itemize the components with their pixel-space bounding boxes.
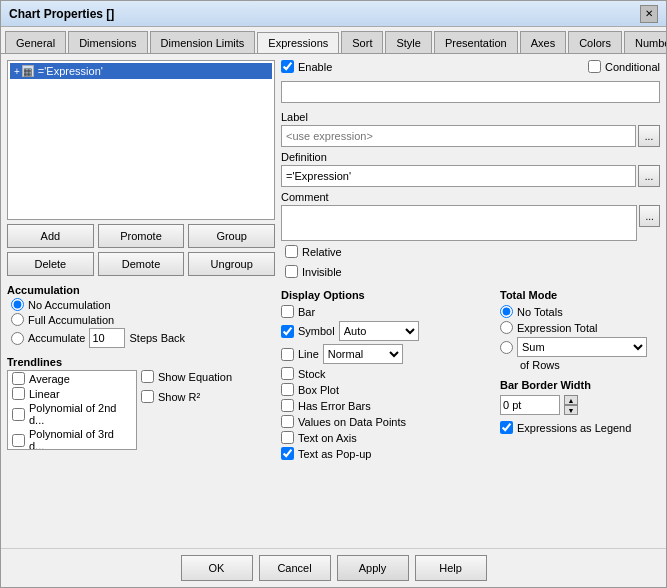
tab-number[interactable]: Number bbox=[624, 31, 666, 53]
show-equation-label: Show Equation bbox=[158, 371, 232, 383]
label-browse-button[interactable]: ... bbox=[638, 125, 660, 147]
promote-button[interactable]: Promote bbox=[98, 224, 185, 248]
trendlines-content: Average Linear Polynomial of 2nd d... bbox=[7, 370, 275, 450]
comment-input[interactable] bbox=[281, 205, 637, 241]
definition-field-group: Definition ... bbox=[281, 151, 660, 187]
label-input[interactable] bbox=[281, 125, 636, 147]
demote-button[interactable]: Demote bbox=[98, 252, 185, 276]
box-plot-row: Box Plot bbox=[281, 383, 494, 396]
values-on-data-points-row: Values on Data Points bbox=[281, 415, 494, 428]
enable-conditional-row: Enable Conditional bbox=[281, 60, 660, 77]
tab-presentation[interactable]: Presentation bbox=[434, 31, 518, 53]
full-accumulation-radio[interactable] bbox=[11, 313, 24, 326]
text-as-popup-label: Text as Pop-up bbox=[298, 448, 371, 460]
label-field-label: Label bbox=[281, 111, 660, 123]
bar-label: Bar bbox=[298, 306, 315, 318]
delete-button[interactable]: Delete bbox=[7, 252, 94, 276]
has-error-bars-label: Has Error Bars bbox=[298, 400, 371, 412]
expressions-legend-row: Expressions as Legend bbox=[500, 421, 660, 434]
show-equation-checkbox[interactable] bbox=[141, 370, 154, 383]
has-error-bars-checkbox[interactable] bbox=[281, 399, 294, 412]
help-button[interactable]: Help bbox=[415, 555, 487, 581]
ok-button[interactable]: OK bbox=[181, 555, 253, 581]
poly3-label: Polynomial of 3rd d... bbox=[29, 428, 132, 450]
comment-input-row: ... bbox=[281, 205, 660, 241]
sum-select[interactable]: Sum bbox=[517, 337, 647, 357]
trendlines-list[interactable]: Average Linear Polynomial of 2nd d... bbox=[7, 370, 137, 450]
enable-checkbox[interactable] bbox=[281, 60, 294, 73]
text-on-axis-checkbox[interactable] bbox=[281, 431, 294, 444]
comment-browse-button[interactable]: ... bbox=[639, 205, 660, 227]
no-accumulation-row: No Accumulation bbox=[11, 298, 275, 311]
stock-checkbox[interactable] bbox=[281, 367, 294, 380]
accumulate-radio[interactable] bbox=[11, 332, 24, 345]
definition-input[interactable] bbox=[281, 165, 636, 187]
linear-checkbox[interactable] bbox=[12, 387, 25, 400]
bar-border-input[interactable] bbox=[500, 395, 560, 415]
bar-border-title: Bar Border Width bbox=[500, 379, 660, 391]
bar-checkbox[interactable] bbox=[281, 305, 294, 318]
tab-sort[interactable]: Sort bbox=[341, 31, 383, 53]
tab-colors[interactable]: Colors bbox=[568, 31, 622, 53]
right-panel: Enable Conditional Label ... bbox=[281, 60, 660, 542]
add-button[interactable]: Add bbox=[7, 224, 94, 248]
bar-border-spin-btns: ▲ ▼ bbox=[564, 395, 578, 415]
line-select[interactable]: Normal bbox=[323, 344, 403, 364]
relative-checkbox[interactable] bbox=[285, 245, 298, 258]
enable-label: Enable bbox=[298, 61, 332, 73]
list-item: Polynomial of 2nd d... bbox=[8, 401, 136, 427]
linear-label: Linear bbox=[29, 388, 60, 400]
group-button[interactable]: Group bbox=[188, 224, 275, 248]
expression-total-label: Expression Total bbox=[517, 322, 598, 334]
ungroup-button[interactable]: Ungroup bbox=[188, 252, 275, 276]
values-on-data-points-label: Values on Data Points bbox=[298, 416, 406, 428]
no-accumulation-radio[interactable] bbox=[11, 298, 24, 311]
expression-total-radio[interactable] bbox=[500, 321, 513, 334]
values-on-data-points-checkbox[interactable] bbox=[281, 415, 294, 428]
tab-style[interactable]: Style bbox=[385, 31, 431, 53]
enable-row: Enable bbox=[281, 60, 332, 73]
tabs-row: General Dimensions Dimension Limits Expr… bbox=[1, 27, 666, 54]
total-mode-title: Total Mode bbox=[500, 289, 660, 301]
show-r2-checkbox[interactable] bbox=[141, 390, 154, 403]
apply-button[interactable]: Apply bbox=[337, 555, 409, 581]
invisible-checkbox[interactable] bbox=[285, 265, 298, 278]
symbol-select[interactable]: Auto bbox=[339, 321, 419, 341]
no-totals-radio[interactable] bbox=[500, 305, 513, 318]
poly2-label: Polynomial of 2nd d... bbox=[29, 402, 132, 426]
bar-border-down-btn[interactable]: ▼ bbox=[564, 405, 578, 415]
list-item: Polynomial of 3rd d... bbox=[8, 427, 136, 450]
full-accumulation-row: Full Accumulation bbox=[11, 313, 275, 326]
poly2-checkbox[interactable] bbox=[12, 408, 25, 421]
invisible-row: Invisible bbox=[285, 265, 660, 278]
cancel-button[interactable]: Cancel bbox=[259, 555, 331, 581]
average-checkbox[interactable] bbox=[12, 372, 25, 385]
line-checkbox[interactable] bbox=[281, 348, 294, 361]
no-accumulation-label: No Accumulation bbox=[28, 299, 111, 311]
close-button[interactable]: ✕ bbox=[640, 5, 658, 23]
symbol-checkbox[interactable] bbox=[281, 325, 294, 338]
tree-item-expression[interactable]: + ▦ ='Expression' bbox=[10, 63, 272, 79]
accumulate-label: Accumulate bbox=[28, 332, 85, 344]
conditional-value-input[interactable] bbox=[281, 81, 660, 103]
box-plot-checkbox[interactable] bbox=[281, 383, 294, 396]
definition-browse-button[interactable]: ... bbox=[638, 165, 660, 187]
text-as-popup-checkbox[interactable] bbox=[281, 447, 294, 460]
conditional-row: Conditional bbox=[588, 60, 660, 73]
conditional-checkbox[interactable] bbox=[588, 60, 601, 73]
expression-tree[interactable]: + ▦ ='Expression' bbox=[7, 60, 275, 220]
steps-input[interactable] bbox=[89, 328, 125, 348]
sum-radio[interactable] bbox=[500, 341, 513, 354]
tab-general[interactable]: General bbox=[5, 31, 66, 53]
bar-border-up-btn[interactable]: ▲ bbox=[564, 395, 578, 405]
poly3-checkbox[interactable] bbox=[12, 434, 25, 447]
tab-dimensions[interactable]: Dimensions bbox=[68, 31, 147, 53]
full-accumulation-label: Full Accumulation bbox=[28, 314, 114, 326]
expressions-legend-checkbox[interactable] bbox=[500, 421, 513, 434]
tab-dimension-limits[interactable]: Dimension Limits bbox=[150, 31, 256, 53]
tree-item-label: ='Expression' bbox=[38, 65, 103, 77]
tab-expressions[interactable]: Expressions bbox=[257, 32, 339, 54]
list-item: Average bbox=[8, 371, 136, 386]
tab-axes[interactable]: Axes bbox=[520, 31, 566, 53]
of-rows-label: of Rows bbox=[520, 359, 560, 371]
